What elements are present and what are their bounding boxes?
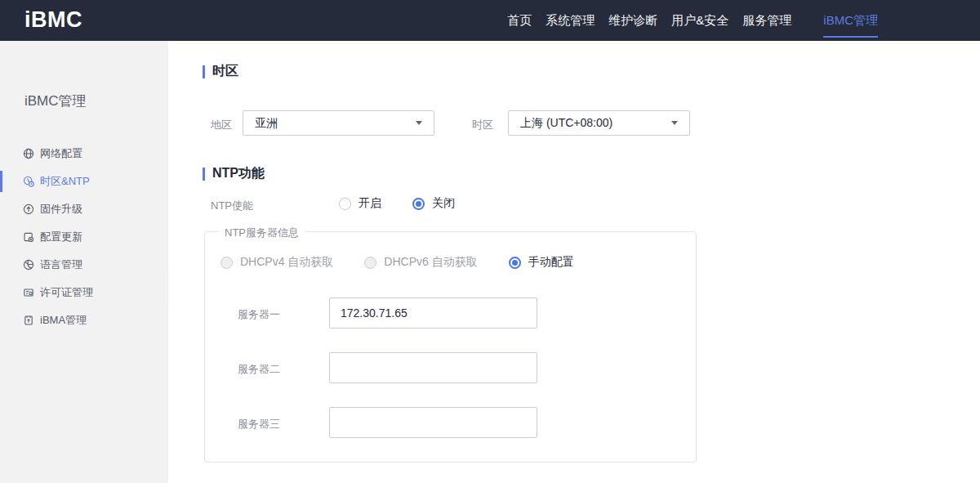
top-header: iBMC 首页 系统管理 维护诊断 用户&安全 服务管理 iBMC管理 [0,0,980,41]
ntp-enable-off-radio[interactable]: 关闭 [412,196,455,211]
timezone-clock-icon [22,176,34,188]
license-icon [22,287,34,299]
config-update-icon [22,231,34,244]
sidebar-item-label: 时区&NTP [40,174,90,189]
radio-label: DHCPv6 自动获取 [384,255,477,270]
radio-circle-icon [220,257,233,269]
ntp-server-group: NTP服务器信息 DHCPv4 自动获取 DHCPv6 自动获取 手动配置 服务… [204,231,697,463]
server2-input[interactable] [329,352,537,383]
ibmc-app: iBMC 首页 系统管理 维护诊断 用户&安全 服务管理 iBMC管理 iBMC… [0,0,980,483]
chevron-down-icon [671,121,678,125]
main-content: 时区 地区 亚洲 时区 上海 (UTC+08:00) NTP功能 NTP使能 开… [168,41,980,483]
sidebar-item-label: 许可证管理 [40,285,93,300]
server1-label: 服务器一 [238,307,280,322]
radio-circle-icon [509,257,521,269]
nav-item-service[interactable]: 服务管理 [742,0,791,41]
server3-label: 服务器三 [238,417,280,432]
sidebar-item-label: iBMA管理 [40,313,87,328]
radio-label: 开启 [359,196,381,211]
ntp-section-title: NTP功能 [212,165,265,182]
sidebar-item-license[interactable]: 许可证管理 [0,279,168,306]
radio-circle-icon [412,198,425,210]
sidebar: iBMC管理 网络配置 时区&NTP [0,41,168,483]
sidebar-item-label: 固件升级 [40,202,82,217]
region-select-value: 亚洲 [255,116,409,131]
radio-circle-icon [364,257,376,269]
timezone-select[interactable]: 上海 (UTC+08:00) [508,110,690,136]
language-icon [22,259,34,271]
nav-item-home[interactable]: 首页 [507,0,532,41]
nav-item-maintenance[interactable]: 维护诊断 [608,0,657,41]
sidebar-item-label: 网络配置 [40,146,82,161]
sidebar-item-label: 配置更新 [40,230,82,244]
server2-label: 服务器二 [238,362,280,377]
sidebar-item-timezone-ntp[interactable]: 时区&NTP [0,168,168,195]
timezone-label: 时区 [472,118,493,132]
nav-item-ibmc-management[interactable]: iBMC管理 [823,0,878,41]
chevron-down-icon [416,121,422,125]
ibma-icon [22,315,34,327]
sidebar-item-language[interactable]: 语言管理 [0,251,168,279]
ntp-server-group-legend: NTP服务器信息 [218,226,305,240]
ibmc-logo: iBMC [24,0,82,41]
ntp-section-header: NTP功能 [203,165,265,182]
radio-circle-icon [339,198,351,210]
ntp-server-mode-radio-group: DHCPv4 自动获取 DHCPv6 自动获取 手动配置 [220,255,574,270]
nav-item-user-security[interactable]: 用户&安全 [671,0,728,41]
timezone-select-value: 上海 (UTC+08:00) [520,116,665,131]
sidebar-item-network-config[interactable]: 网络配置 [0,140,168,168]
sidebar-item-firmware-upgrade[interactable]: 固件升级 [0,195,168,223]
section-accent-bar [203,65,205,78]
network-globe-icon [22,148,34,160]
top-nav: 首页 系统管理 维护诊断 用户&安全 服务管理 iBMC管理 [507,0,878,41]
server1-input[interactable] [329,297,537,329]
nav-item-system[interactable]: 系统管理 [546,0,595,41]
sidebar-item-ibma[interactable]: iBMA管理 [0,306,168,334]
section-accent-bar [203,168,205,181]
server3-input[interactable] [329,407,537,438]
timezone-section-header: 时区 [203,63,238,80]
ntp-enable-radio-group: 开启 关闭 [339,196,455,211]
radio-label: DHCPv4 自动获取 [240,255,333,270]
sidebar-item-label: 语言管理 [40,257,82,272]
region-label: 地区 [211,118,232,132]
ntp-enable-label: NTP使能 [211,199,253,213]
region-select[interactable]: 亚洲 [243,110,434,136]
radio-label: 关闭 [432,196,455,211]
sidebar-menu: 网络配置 时区&NTP 固件升级 [0,140,168,334]
sidebar-item-config-update[interactable]: 配置更新 [0,223,168,251]
sidebar-title: iBMC管理 [24,92,87,110]
timezone-section-title: 时区 [212,63,238,80]
dhcpv6-auto-radio: DHCPv6 自动获取 [364,255,477,270]
manual-config-radio[interactable]: 手动配置 [509,255,574,270]
firmware-upgrade-icon [22,203,34,216]
ntp-enable-on-radio[interactable]: 开启 [339,196,381,211]
radio-label: 手动配置 [528,255,574,270]
dhcpv4-auto-radio: DHCPv4 自动获取 [220,255,333,270]
